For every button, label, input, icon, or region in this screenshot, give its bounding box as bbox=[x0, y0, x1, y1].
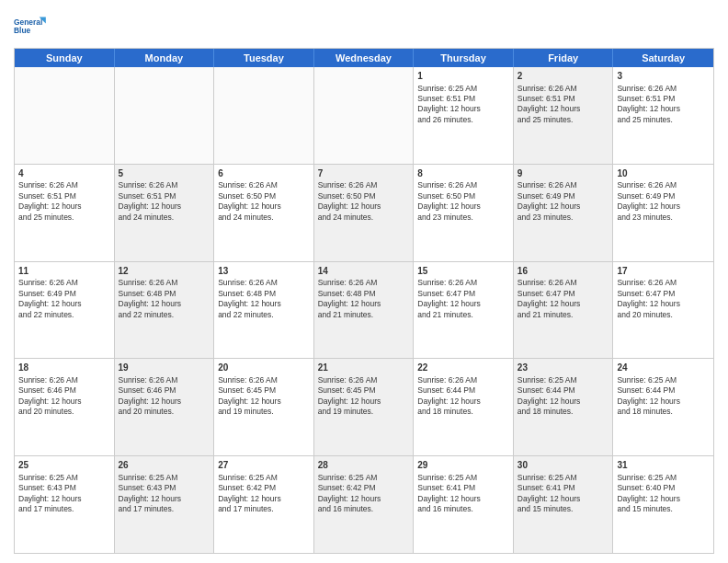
day-number: 15 bbox=[417, 265, 509, 278]
header-day-monday: Monday bbox=[115, 49, 215, 67]
day-number: 26 bbox=[119, 459, 210, 472]
day-info-line: Sunrise: 6:26 AM bbox=[318, 375, 410, 385]
day-info-line: Sunrise: 6:25 AM bbox=[417, 84, 509, 94]
day-cell-11: 11Sunrise: 6:26 AMSunset: 6:49 PMDayligh… bbox=[15, 262, 115, 359]
day-info-line: and 21 minutes. bbox=[518, 310, 609, 320]
day-info-line: Sunset: 6:42 PM bbox=[318, 483, 410, 493]
day-info-line: Daylight: 12 hours bbox=[518, 299, 609, 309]
day-number: 6 bbox=[218, 167, 310, 180]
day-info-line: and 25 minutes. bbox=[18, 213, 110, 223]
calendar-row-2: 11Sunrise: 6:26 AMSunset: 6:49 PMDayligh… bbox=[15, 262, 713, 360]
day-number: 31 bbox=[617, 459, 710, 472]
day-cell-4: 4Sunrise: 6:26 AMSunset: 6:51 PMDaylight… bbox=[15, 165, 115, 261]
day-info-line: Daylight: 12 hours bbox=[218, 494, 310, 504]
day-cell-5: 5Sunrise: 6:26 AMSunset: 6:51 PMDaylight… bbox=[115, 165, 215, 261]
header-day-tuesday: Tuesday bbox=[214, 49, 314, 67]
header-day-friday: Friday bbox=[514, 49, 614, 67]
day-info-line: Sunrise: 6:25 AM bbox=[218, 473, 310, 483]
day-info-line: Sunset: 6:46 PM bbox=[119, 385, 210, 396]
day-cell-1: 1Sunrise: 6:25 AMSunset: 6:51 PMDaylight… bbox=[414, 67, 514, 164]
empty-cell bbox=[214, 67, 314, 164]
day-info-line: Sunrise: 6:26 AM bbox=[18, 278, 110, 288]
day-number: 20 bbox=[218, 362, 310, 374]
day-info-line: Daylight: 12 hours bbox=[417, 201, 509, 212]
day-info-line: and 26 minutes. bbox=[417, 115, 509, 125]
day-number: 1 bbox=[417, 70, 509, 83]
header-day-wednesday: Wednesday bbox=[314, 49, 415, 67]
day-info-line: Daylight: 12 hours bbox=[318, 396, 410, 407]
day-cell-20: 20Sunrise: 6:26 AMSunset: 6:45 PMDayligh… bbox=[214, 359, 314, 455]
day-number: 23 bbox=[518, 362, 609, 374]
day-info-line: Sunset: 6:51 PM bbox=[417, 94, 509, 104]
day-info-line: and 17 minutes. bbox=[218, 504, 310, 514]
day-info-line: and 18 minutes. bbox=[518, 407, 609, 417]
day-info-line: Sunset: 6:48 PM bbox=[318, 289, 410, 299]
day-info-line: Sunset: 6:43 PM bbox=[18, 483, 110, 493]
day-info-line: Daylight: 12 hours bbox=[218, 201, 310, 212]
day-cell-22: 22Sunrise: 6:26 AMSunset: 6:44 PMDayligh… bbox=[414, 359, 514, 455]
day-info-line: Sunrise: 6:25 AM bbox=[518, 375, 609, 385]
logo-svg: General Blue bbox=[14, 9, 47, 42]
day-number: 12 bbox=[119, 265, 210, 278]
header-day-saturday: Saturday bbox=[613, 49, 713, 67]
day-number: 28 bbox=[318, 459, 410, 472]
day-info-line: Daylight: 12 hours bbox=[218, 299, 310, 309]
day-info-line: and 15 minutes. bbox=[617, 504, 710, 514]
day-info-line: and 17 minutes. bbox=[119, 504, 210, 514]
day-info-line: Sunset: 6:46 PM bbox=[18, 385, 110, 396]
day-info-line: Daylight: 12 hours bbox=[417, 299, 509, 309]
calendar-body: 1Sunrise: 6:25 AMSunset: 6:51 PMDaylight… bbox=[15, 67, 713, 553]
day-info-line: and 21 minutes. bbox=[417, 310, 509, 320]
day-number: 5 bbox=[119, 167, 210, 180]
day-info-line: Sunrise: 6:26 AM bbox=[417, 278, 509, 288]
empty-cell bbox=[314, 67, 415, 164]
day-info-line: Sunrise: 6:25 AM bbox=[119, 473, 210, 483]
day-info-line: Sunrise: 6:25 AM bbox=[18, 473, 110, 483]
day-info-line: Daylight: 12 hours bbox=[318, 201, 410, 212]
day-info-line: Daylight: 12 hours bbox=[318, 494, 410, 504]
day-info-line: Sunrise: 6:26 AM bbox=[417, 375, 509, 385]
calendar-row-1: 4Sunrise: 6:26 AMSunset: 6:51 PMDaylight… bbox=[15, 165, 713, 262]
day-cell-17: 17Sunrise: 6:26 AMSunset: 6:47 PMDayligh… bbox=[613, 262, 713, 359]
day-info-line: and 22 minutes. bbox=[18, 310, 110, 320]
day-info-line: and 25 minutes. bbox=[617, 115, 710, 125]
day-info-line: Sunrise: 6:26 AM bbox=[518, 180, 609, 190]
day-info-line: Daylight: 12 hours bbox=[617, 201, 710, 212]
day-info-line: Daylight: 12 hours bbox=[119, 396, 210, 407]
svg-text:Blue: Blue bbox=[14, 26, 31, 35]
day-info-line: Sunset: 6:42 PM bbox=[218, 483, 310, 493]
day-info-line: and 21 minutes. bbox=[318, 310, 410, 320]
calendar-row-0: 1Sunrise: 6:25 AMSunset: 6:51 PMDaylight… bbox=[15, 67, 713, 165]
day-number: 30 bbox=[518, 459, 609, 472]
day-info-line: Sunset: 6:44 PM bbox=[617, 385, 710, 396]
day-cell-13: 13Sunrise: 6:26 AMSunset: 6:48 PMDayligh… bbox=[214, 262, 314, 359]
day-info-line: Sunrise: 6:26 AM bbox=[18, 375, 110, 385]
day-info-line: and 25 minutes. bbox=[518, 115, 609, 125]
day-cell-18: 18Sunrise: 6:26 AMSunset: 6:46 PMDayligh… bbox=[15, 359, 115, 455]
day-info-line: and 20 minutes. bbox=[119, 407, 210, 417]
day-info-line: and 18 minutes. bbox=[417, 407, 509, 417]
day-info-line: Daylight: 12 hours bbox=[617, 299, 710, 309]
day-info-line: and 23 minutes. bbox=[518, 213, 609, 223]
day-number: 22 bbox=[417, 362, 509, 374]
day-info-line: Sunrise: 6:25 AM bbox=[417, 473, 509, 483]
day-info-line: Sunrise: 6:26 AM bbox=[18, 180, 110, 190]
day-info-line: and 24 minutes. bbox=[218, 213, 310, 223]
day-cell-31: 31Sunrise: 6:25 AMSunset: 6:40 PMDayligh… bbox=[613, 456, 713, 553]
page: General Blue SundayMondayTuesdayWednesda… bbox=[0, 0, 728, 563]
day-info-line: and 20 minutes. bbox=[18, 407, 110, 417]
day-number: 11 bbox=[18, 265, 110, 278]
day-info-line: and 18 minutes. bbox=[617, 407, 710, 417]
day-info-line: Sunrise: 6:26 AM bbox=[318, 180, 410, 190]
day-cell-12: 12Sunrise: 6:26 AMSunset: 6:48 PMDayligh… bbox=[115, 262, 215, 359]
day-info-line: Sunset: 6:51 PM bbox=[617, 94, 710, 104]
day-cell-10: 10Sunrise: 6:26 AMSunset: 6:49 PMDayligh… bbox=[613, 165, 713, 261]
day-info-line: Sunrise: 6:26 AM bbox=[318, 278, 410, 288]
day-cell-27: 27Sunrise: 6:25 AMSunset: 6:42 PMDayligh… bbox=[214, 456, 314, 553]
day-cell-3: 3Sunrise: 6:26 AMSunset: 6:51 PMDaylight… bbox=[613, 67, 713, 164]
day-info-line: Daylight: 12 hours bbox=[119, 299, 210, 309]
day-info-line: Sunset: 6:50 PM bbox=[318, 191, 410, 201]
day-number: 24 bbox=[617, 362, 710, 374]
day-info-line: Sunset: 6:50 PM bbox=[417, 191, 509, 201]
day-info-line: Daylight: 12 hours bbox=[617, 104, 710, 114]
